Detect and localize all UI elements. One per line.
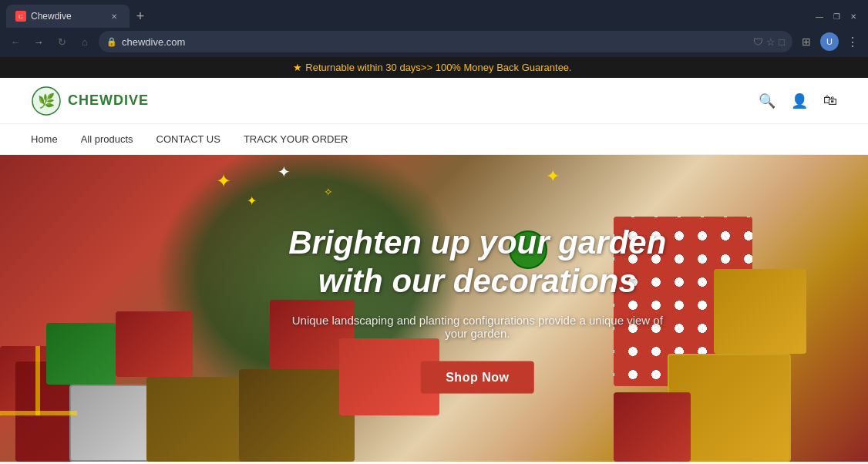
- sparkle-1: ✦: [216, 170, 231, 192]
- header-icons: 🔍 👤 🛍: [759, 92, 837, 109]
- shield-icon: 🛡: [753, 36, 763, 48]
- star-icon[interactable]: ☆: [766, 36, 775, 48]
- browser-menu-button[interactable]: ⋮: [843, 32, 862, 51]
- close-button[interactable]: ✕: [848, 11, 859, 22]
- address-bar[interactable]: 🔒 chewdive.com 🛡 ☆ □: [99, 31, 792, 52]
- address-bar-actions: 🛡 ☆ □: [753, 36, 785, 48]
- refresh-button[interactable]: ↻: [52, 32, 71, 51]
- nav-item-home[interactable]: Home: [31, 126, 58, 153]
- security-icon: 🔒: [106, 37, 117, 47]
- gift-box-5: [146, 377, 254, 462]
- address-bar-row: ← → ↻ ⌂ 🔒 chewdive.com 🛡 ☆ □ ⊞ U ⋮: [0, 28, 868, 57]
- active-tab[interactable]: C Chewdive ✕: [6, 5, 130, 28]
- gift-box-4: [46, 323, 116, 385]
- url-text: chewdive.com: [122, 36, 749, 48]
- extensions-icon[interactable]: □: [779, 36, 785, 48]
- sparkle-3: ✦: [278, 163, 291, 181]
- site-nav: Home All products CONTACT US TRACK YOUR …: [0, 124, 868, 155]
- sparkle-4: ✧: [324, 186, 333, 198]
- shop-now-button[interactable]: Shop Now: [421, 361, 533, 393]
- minimize-button[interactable]: —: [814, 11, 825, 22]
- browser-actions: ⊞ U ⋮: [797, 32, 862, 51]
- hero-content: Brighten up your garden with our decorat…: [261, 224, 695, 394]
- tab-bar: C Chewdive ✕ + — ❐ ✕: [0, 0, 868, 28]
- sparkle-2: ✦: [247, 193, 257, 208]
- tab-close-button[interactable]: ✕: [108, 10, 120, 22]
- new-tab-button[interactable]: +: [130, 5, 151, 27]
- svg-text:🌿: 🌿: [38, 92, 56, 109]
- hero-section: ✦ ✦ ✦ ✧ ✦ Brighten up your garden with o…: [0, 155, 868, 462]
- site-header: 🌿 CHEWDIVE 🔍 👤 🛍: [0, 78, 868, 124]
- home-button[interactable]: ⌂: [76, 32, 94, 51]
- window-controls: — ❐ ✕: [814, 11, 862, 22]
- browser-chrome: C Chewdive ✕ + — ❐ ✕ ← → ↻ ⌂ 🔒 chewdive.…: [0, 0, 868, 57]
- forward-button[interactable]: →: [29, 32, 48, 51]
- logo[interactable]: 🌿 CHEWDIVE: [31, 86, 149, 116]
- nav-item-all-products[interactable]: All products: [81, 126, 133, 153]
- gift-box-6: [116, 311, 193, 377]
- logo-icon: 🌿: [31, 86, 62, 116]
- cart-icon[interactable]: 🛍: [823, 92, 837, 109]
- sparkle-5: ✦: [546, 166, 560, 187]
- announcement-text: Returnable within 30 days>> 100% Money B…: [305, 62, 571, 73]
- announcement-bar: ★Returnable within 30 days>> 100% Money …: [0, 57, 868, 78]
- hero-title: Brighten up your garden with our decorat…: [261, 224, 695, 301]
- announcement-star: ★: [293, 62, 302, 73]
- nav-item-track-order[interactable]: TRACK YOUR ORDER: [244, 126, 348, 153]
- gift-box-12: [714, 269, 806, 354]
- ribbon-2: [35, 346, 40, 415]
- website-content: ★Returnable within 30 days>> 100% Money …: [0, 57, 868, 464]
- account-icon[interactable]: 👤: [791, 92, 808, 109]
- hero-subtitle: Unique landscaping and planting configur…: [284, 313, 670, 339]
- back-button[interactable]: ←: [6, 32, 25, 51]
- tab-favicon: C: [15, 11, 26, 22]
- logo-text: CHEWDIVE: [68, 92, 149, 109]
- gift-box-13: [614, 392, 691, 462]
- nav-item-contact-us[interactable]: CONTACT US: [156, 126, 220, 153]
- tab-title: Chewdive: [31, 11, 103, 22]
- extensions-button[interactable]: ⊞: [797, 32, 816, 51]
- profile-button[interactable]: U: [820, 32, 839, 51]
- search-icon[interactable]: 🔍: [759, 92, 775, 109]
- restore-button[interactable]: ❐: [831, 11, 842, 22]
